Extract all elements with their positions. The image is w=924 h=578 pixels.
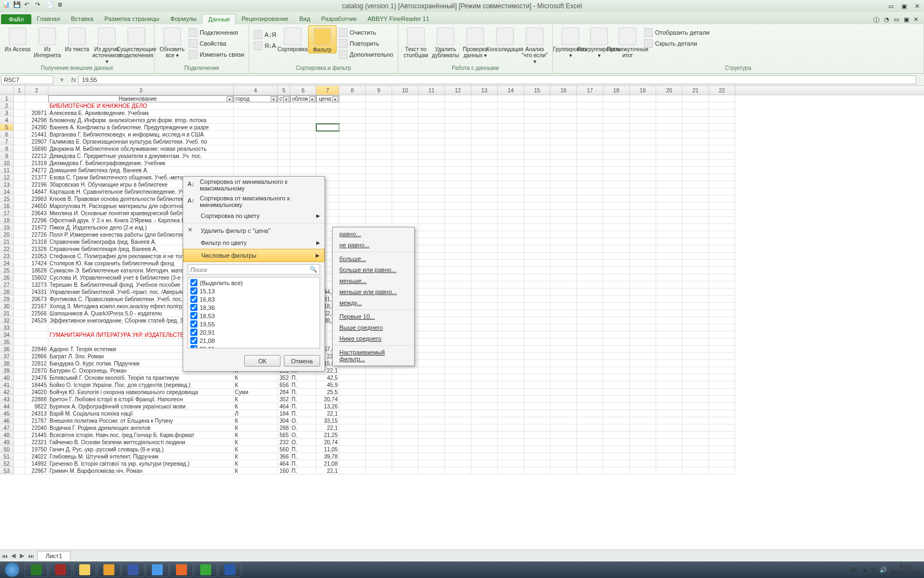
table-row[interactable]: 2518628Сукиасян Э. Библиотечные каталоги… [0, 267, 924, 274]
ribbon-item[interactable]: Изменить связи [188, 50, 245, 59]
table-row[interactable]: 621441Варганова Г. Библиотековедч. и инф… [0, 131, 924, 138]
sort-button[interactable]: Сортировка [278, 25, 307, 52]
select-all-checkbox[interactable]: (Выделить все) [189, 279, 318, 287]
tab-abbyy finereader 11[interactable]: ABBYY FineReader 11 [362, 14, 435, 24]
row-header[interactable]: 1 [0, 95, 14, 102]
cancel-button[interactable]: Отмена [284, 355, 320, 367]
tab-вставка[interactable]: Вставка [65, 14, 99, 24]
row-header[interactable]: 8 [0, 145, 14, 152]
minimize-ribbon-icon[interactable]: ⓘ [873, 16, 879, 24]
row-header[interactable]: 6 [0, 131, 14, 138]
table-row[interactable]: 2БИБЛИОТЕЧНОЕ И КНИЖНОЕ ДЕЛО [0, 102, 924, 110]
filter-value-checkbox[interactable]: 20,91 [189, 328, 318, 336]
row-header[interactable]: 24 [0, 260, 14, 267]
col-header-2[interactable]: 2 [25, 86, 48, 95]
col-header-13[interactable]: 13 [471, 86, 498, 95]
start-button[interactable] [0, 561, 24, 578]
ribbon-button[interactable]: Из Access [3, 25, 32, 52]
table-row[interactable]: 3622846Адорно Т. Теорiя естетикиК518О.57… [0, 346, 924, 353]
col-header-3[interactable]: 3 [48, 86, 234, 95]
prev-sheet-icon[interactable]: ◀ [9, 552, 18, 559]
table-row[interactable]: 34ГУМАНИТАРНАЯ ЛИТЕРАТУРА УКР. ИЗДАТЕЛЬС… [0, 331, 924, 339]
table-row[interactable]: 816690Дворкина М. Библиотечное обслужива… [0, 145, 924, 152]
ribbon-button[interactable]: Текст по столбцам [402, 25, 430, 58]
filter-search-box[interactable]: 🔍 [188, 264, 320, 275]
window-max-icon[interactable]: ▣ [904, 16, 909, 24]
row-header[interactable]: 16 [0, 203, 14, 210]
table-row[interactable]: 4224020Бойчук Ю. Екологiя i охорона навк… [0, 389, 924, 396]
select-all-corner[interactable] [0, 86, 14, 95]
row-header[interactable]: 42 [0, 389, 14, 396]
filter-value-checkbox[interactable]: 15,13 [189, 287, 318, 295]
row-header[interactable]: 10 [0, 160, 14, 167]
row-header[interactable]: 28 [0, 288, 14, 296]
table-row[interactable]: 2022726Полл Р. Измерение качества работы… [0, 231, 924, 238]
col-header-17[interactable]: 17 [577, 86, 603, 95]
tab-формулы[interactable]: Формулы [165, 14, 202, 24]
row-header[interactable]: 11 [0, 167, 14, 174]
tab-главная[interactable]: Главная [31, 14, 65, 24]
file-tab[interactable]: Файл [1, 14, 31, 24]
window-min-icon[interactable]: ▭ [894, 16, 899, 24]
row-header[interactable]: 19 [0, 224, 14, 231]
table-row[interactable]: 33 [0, 324, 924, 331]
filter-value-checkbox[interactable]: 19,55 [189, 320, 318, 328]
table-row[interactable]: 320971Алексеева Е. Архивоведение. Учебни… [0, 110, 924, 117]
row-header[interactable]: 12 [0, 174, 14, 181]
formula-bar[interactable]: 19,55 [78, 75, 916, 84]
row-header[interactable]: 33 [0, 324, 14, 331]
row-header[interactable]: 3 [0, 110, 14, 117]
sheet-tab[interactable]: Лист1 [37, 551, 70, 560]
ribbon-button[interactable]: Анализ "что если" ▾ [520, 25, 549, 64]
table-row[interactable]: 4118445Бойко О. Iсторiя України. Пос. дл… [0, 381, 924, 389]
row-header[interactable]: 31 [0, 310, 14, 317]
row-header[interactable]: 43 [0, 396, 14, 403]
table-row[interactable]: 1523983Клюев В. Правовая основа деятельн… [0, 195, 924, 203]
table-row[interactable]: 1723643Михлина И. Основные понятия краев… [0, 210, 924, 217]
col-header-10[interactable]: 10 [392, 86, 419, 95]
window-close-icon[interactable]: ✕ [914, 16, 919, 24]
col-header-12[interactable]: 12 [445, 86, 471, 95]
close-icon[interactable]: ✕ [915, 3, 920, 10]
tray-flag-icon[interactable]: ▲ [862, 566, 868, 573]
row-header[interactable]: 45 [0, 410, 14, 417]
row-header[interactable]: 52 [0, 460, 14, 467]
table-row[interactable]: 35 [0, 339, 924, 346]
row-header[interactable]: 47 [0, 424, 14, 432]
tray-volume-icon[interactable]: 🔊 [879, 566, 887, 574]
col-header-1[interactable]: 1 [14, 86, 25, 95]
restore-icon[interactable]: ▣ [901, 3, 907, 10]
row-header[interactable]: 2 [0, 102, 14, 110]
filter-less[interactable]: меньше... [333, 275, 414, 286]
filter-less-equal[interactable]: меньше или равно... [333, 286, 414, 297]
ribbon-button[interactable]: Проверка данных ▾ [461, 25, 490, 58]
row-header[interactable]: 38 [0, 360, 14, 367]
ok-button[interactable]: ОК [244, 355, 280, 367]
col-header-16[interactable]: 16 [551, 86, 577, 95]
col-header-14[interactable]: 14 [498, 86, 524, 95]
row-header[interactable]: 51 [0, 453, 14, 460]
row-header[interactable]: 25 [0, 267, 14, 274]
filter-values-list[interactable]: (Выделить все) 15,1316,8318,3618,5319,55… [188, 277, 320, 348]
row-header[interactable]: 35 [0, 339, 14, 346]
tab-данные[interactable]: Данные [202, 14, 236, 24]
col-header-15[interactable]: 15 [524, 86, 551, 95]
number-filters-item[interactable]: Числовые фильтры▶ [183, 249, 324, 262]
tab-разработчик[interactable]: Разработчик [316, 14, 362, 24]
table-row[interactable]: 3822812Бандурка О. Курс логiки. Пiдручни… [0, 360, 924, 367]
ribbon-item[interactable]: Подключения [188, 28, 245, 37]
filter-not-equals[interactable]: не равно... [333, 239, 414, 250]
table-row[interactable]: 3722866Баграт Л. Зло. РоманК288П.22,1 [0, 353, 924, 360]
new-icon[interactable]: 📄 [46, 1, 56, 11]
filter-price[interactable]: цена▼ [316, 95, 339, 102]
row-header[interactable]: 7 [0, 138, 14, 145]
ribbon-button[interactable]: Существующие подключения [122, 25, 151, 58]
refresh-all-button[interactable]: Обновить все ▾ [158, 25, 186, 58]
fx-icon[interactable]: fx [69, 77, 78, 83]
sort-by-color-item[interactable]: Сортировка по цвету▶ [183, 210, 324, 222]
sort-asc-button[interactable]: А↓Я [252, 30, 277, 40]
task-excel[interactable] [25, 563, 48, 577]
ribbon-item[interactable]: Скрыть детали [643, 39, 711, 48]
excel-icon[interactable]: 📊 [2, 1, 12, 11]
col-header-6[interactable]: 6 [290, 86, 316, 95]
